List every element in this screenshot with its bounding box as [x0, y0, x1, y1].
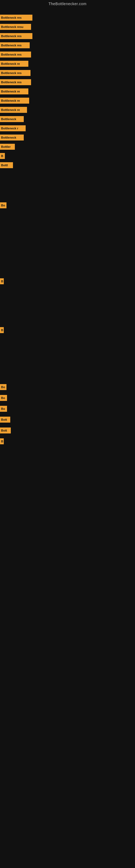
bar-label-2: Bottleneck resu [0, 24, 31, 30]
site-title: TheBottlenecker.com [0, 0, 135, 7]
bar-label-9: Bottleneck re [0, 88, 28, 94]
bar-label-26: B [0, 438, 4, 444]
bar-label-6: Bottleneck re [0, 61, 28, 67]
bar-label-5: Bottleneck res [0, 52, 31, 58]
bar-label-22: Bo [0, 395, 7, 401]
bar-item-11: Bottleneck re [0, 107, 27, 113]
bar-label-19: B [0, 278, 4, 284]
bar-label-18: Bo [0, 203, 6, 208]
bar-label-15: Bottler [0, 144, 15, 150]
bar-item-25: Bott [0, 428, 11, 433]
bar-label-25: Bott [0, 428, 11, 433]
bar-item-23: Bo [0, 406, 7, 412]
bar-label-1: Bottleneck res [0, 14, 32, 21]
bar-label-16: B [0, 153, 5, 159]
bar-item-7: Bottleneck res [0, 70, 31, 76]
bar-item-15: Bottler [0, 144, 15, 150]
bar-label-21: Bo [0, 384, 6, 390]
bar-item-8: Bottleneck res [0, 79, 31, 85]
bar-item-16: B [0, 153, 5, 159]
bar-item-22: Bo [0, 395, 7, 401]
bar-label-17: Bottl [0, 162, 13, 168]
bar-item-10: Bottleneck re [0, 98, 29, 104]
bar-label-7: Bottleneck res [0, 70, 31, 76]
bar-item-13: Bottleneck r [0, 125, 26, 131]
bar-item-12: Bottleneck [0, 116, 24, 122]
bar-label-12: Bottleneck [0, 116, 24, 122]
bar-item-6: Bottleneck re [0, 61, 28, 67]
bar-label-10: Bottleneck re [0, 98, 29, 104]
bar-item-19: B [0, 278, 4, 284]
bar-label-14: Bottleneck [0, 134, 24, 141]
bar-item-21: Bo [0, 384, 6, 390]
bar-label-20: B [0, 327, 4, 333]
bar-label-8: Bottleneck res [0, 79, 31, 85]
bar-item-1: Bottleneck res [0, 14, 32, 21]
bar-label-4: Bottleneck res [0, 42, 30, 48]
bar-label-23: Bo [0, 406, 7, 412]
bar-item-5: Bottleneck res [0, 52, 31, 58]
bar-item-17: Bottl [0, 162, 13, 168]
bar-item-4: Bottleneck res [0, 42, 30, 48]
bar-label-24: Bott [0, 416, 10, 423]
bar-item-3: Bottleneck res [0, 33, 32, 39]
bar-item-20: B [0, 327, 4, 333]
bar-item-2: Bottleneck resu [0, 24, 31, 30]
bar-item-24: Bott [0, 416, 10, 423]
bar-label-11: Bottleneck re [0, 107, 27, 113]
bar-label-3: Bottleneck res [0, 33, 32, 39]
bar-item-26: B [0, 438, 4, 444]
bar-item-14: Bottleneck [0, 134, 24, 141]
bar-label-13: Bottleneck r [0, 125, 26, 131]
bar-item-18: Bo [0, 203, 6, 208]
bar-item-9: Bottleneck re [0, 88, 28, 94]
